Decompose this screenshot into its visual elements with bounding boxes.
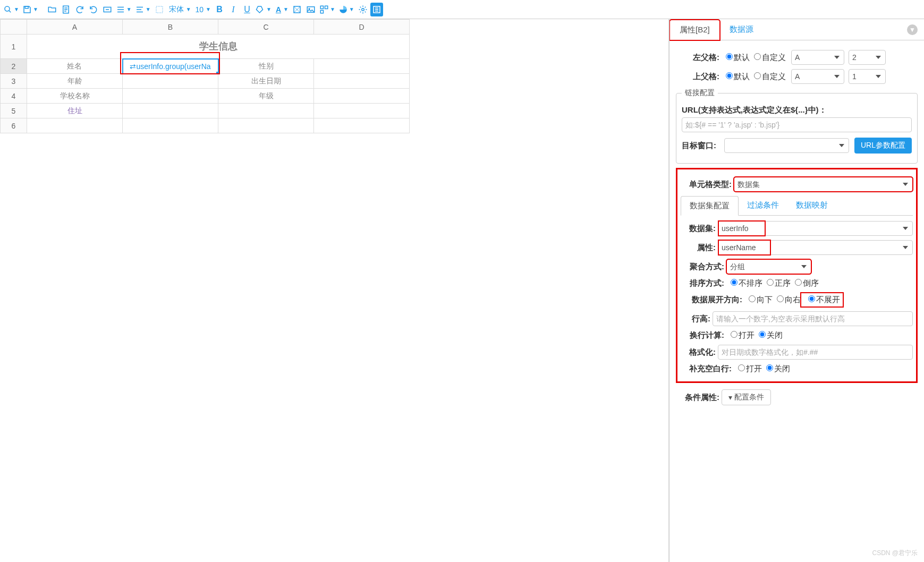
- font-family-select[interactable]: 宋体▼: [167, 3, 192, 16]
- svg-rect-1: [25, 6, 28, 8]
- image-button[interactable]: [304, 3, 317, 16]
- chart-button[interactable]: ▼: [337, 3, 355, 16]
- undo-button[interactable]: [87, 3, 100, 16]
- open-button[interactable]: [46, 3, 58, 16]
- svg-rect-4: [156, 6, 163, 13]
- font-size-select[interactable]: 10▼: [193, 3, 212, 16]
- settings-button[interactable]: [357, 3, 369, 16]
- svg-rect-9: [325, 6, 327, 8]
- qrcode-button[interactable]: ▼: [318, 3, 336, 16]
- font-size-label: 10: [194, 5, 205, 14]
- crosstab-button[interactable]: [291, 3, 303, 16]
- preview-button[interactable]: ▼: [2, 3, 20, 16]
- import-button[interactable]: [60, 3, 72, 16]
- merge-button[interactable]: [101, 3, 114, 16]
- align-button[interactable]: ▼: [115, 3, 133, 16]
- panel-toggle-button[interactable]: [370, 3, 383, 16]
- svg-point-11: [362, 8, 364, 11]
- table-button[interactable]: [153, 3, 166, 16]
- font-name-label: 宋体: [168, 5, 185, 14]
- svg-rect-10: [320, 10, 323, 13]
- bg-color-button[interactable]: ▼: [255, 3, 273, 16]
- bold-button[interactable]: B: [213, 3, 226, 16]
- svg-rect-8: [320, 6, 323, 8]
- toolbar: ▼ ▼ ▼ ▼ 宋体▼ 10▼ B I U ▼ A▼ ▼ ▼: [0, 0, 924, 19]
- font-color-button[interactable]: A▼: [274, 3, 290, 16]
- save-button[interactable]: ▼: [21, 3, 39, 16]
- redo-button[interactable]: [73, 3, 86, 16]
- underline-button[interactable]: U: [241, 3, 253, 16]
- border-button[interactable]: ▼: [134, 3, 152, 16]
- italic-button[interactable]: I: [227, 3, 240, 16]
